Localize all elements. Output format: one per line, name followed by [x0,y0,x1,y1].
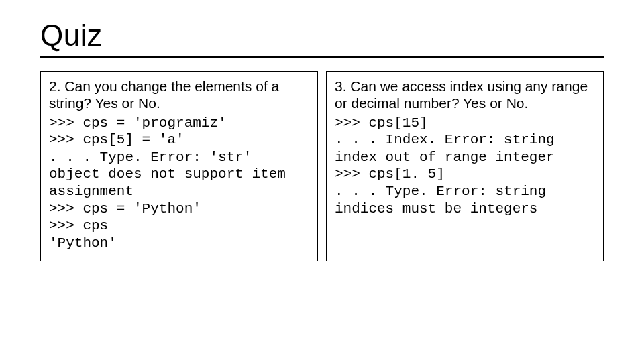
question-3-code: >>> cps[15] . . . Index. Error: string i… [335,115,595,218]
quiz-card-2: 2. Can you change the elements of a stri… [40,71,318,261]
title-underline [40,56,604,58]
question-2-code: >>> cps = 'programiz' >>> cps[5] = 'a' .… [49,115,309,252]
question-3-text: 3. Can we access index using any range o… [335,78,595,112]
slide: Quiz 2. Can you change the elements of a… [0,0,644,362]
page-title: Quiz [40,19,604,52]
question-2-text: 2. Can you change the elements of a stri… [49,78,309,112]
quiz-card-3: 3. Can we access index using any range o… [326,71,604,261]
columns: 2. Can you change the elements of a stri… [40,71,604,261]
